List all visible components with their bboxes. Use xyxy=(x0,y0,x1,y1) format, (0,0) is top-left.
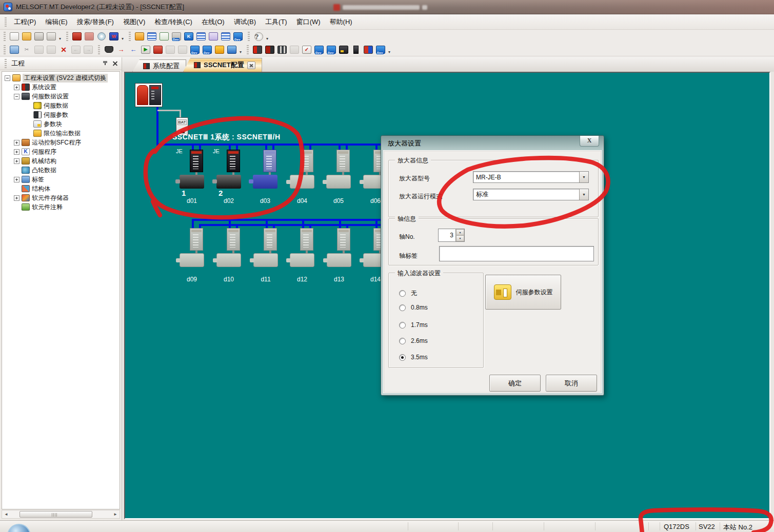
menu-help[interactable]: 帮助(H) xyxy=(325,15,357,29)
tree-item-cam-data[interactable]: 凸轮数据 xyxy=(2,166,120,175)
toolbar-overflow-icon[interactable]: ▾ xyxy=(57,36,63,41)
convert-disabled-button[interactable] xyxy=(288,44,301,55)
device-list-disabled-button[interactable]: Dev xyxy=(170,31,183,42)
amplifier-red-button[interactable] xyxy=(251,44,264,55)
expand-icon[interactable] xyxy=(14,140,19,146)
toolbar-overflow-icon[interactable]: ▾ xyxy=(265,36,270,41)
device-batch1-button[interactable]: Dev xyxy=(313,44,325,55)
device-small-button[interactable]: Dev xyxy=(374,44,387,55)
copy-data-button[interactable] xyxy=(8,44,21,55)
module-button[interactable] xyxy=(350,44,362,55)
flag-search-button[interactable]: ▶ xyxy=(140,44,152,55)
search-disabled-button[interactable] xyxy=(164,44,176,55)
radio-icon[interactable] xyxy=(399,304,406,311)
project-view-button[interactable] xyxy=(133,31,146,42)
device-menu-button[interactable]: Dev xyxy=(232,31,244,42)
device-d04[interactable]: d04 xyxy=(284,150,321,206)
connector-button[interactable] xyxy=(338,44,350,55)
menu-view[interactable]: 视图(V) xyxy=(118,15,150,29)
device-k-button[interactable]: K xyxy=(183,31,195,42)
spin-down-icon[interactable]: ▼ xyxy=(456,235,464,241)
list-view-button[interactable] xyxy=(195,31,207,42)
device-d05[interactable]: d05 xyxy=(320,150,357,206)
expand-icon[interactable] xyxy=(14,149,19,155)
help-button[interactable]: ? xyxy=(252,31,265,42)
tree-item-servo-parameter[interactable]: 伺服参数 xyxy=(2,110,120,119)
ok-button[interactable]: 确定 xyxy=(489,375,541,392)
motion-cpu-module[interactable] xyxy=(135,83,163,107)
list-k-button[interactable] xyxy=(220,31,232,42)
close-panel-icon[interactable] xyxy=(112,60,119,67)
menu-check-convert[interactable]: 检查/转换(C) xyxy=(150,15,197,29)
device-d03-selected[interactable]: d03 xyxy=(247,150,284,206)
new-project-button[interactable] xyxy=(8,31,21,42)
toolbar-overflow-icon[interactable]: ▾ xyxy=(238,50,243,54)
filter-option-3-5ms[interactable]: 3.5ms xyxy=(399,354,428,361)
paste-button[interactable] xyxy=(45,44,57,55)
find-button[interactable] xyxy=(103,44,115,55)
scrollbar-thumb[interactable] xyxy=(19,511,92,518)
open-project-button[interactable] xyxy=(21,31,33,42)
tree-item-device-comment[interactable]: 软元件注释 xyxy=(2,202,120,212)
dialog-close-button[interactable]: X xyxy=(580,136,599,147)
tree-item-servo-data[interactable]: 伺服数据 xyxy=(2,101,120,110)
expand-icon[interactable] xyxy=(14,177,19,182)
axis-no-spinner[interactable]: 3 ▲ ▼ xyxy=(438,229,465,242)
tree-item-limit-output-data[interactable]: 限位输出数据 xyxy=(2,129,120,138)
dropdown-arrow-icon[interactable]: ▼ xyxy=(579,189,588,200)
scroll-left-icon[interactable]: ◄ xyxy=(2,512,10,517)
collapse-icon[interactable] xyxy=(14,94,19,99)
device-d10[interactable]: d10 xyxy=(210,228,247,284)
tree-item-label[interactable]: 标签 xyxy=(2,175,120,184)
grid-view-button[interactable] xyxy=(158,31,170,42)
scroll-right-icon[interactable]: ► xyxy=(111,512,120,517)
tree-item-device-memory[interactable]: 软元件存储器 xyxy=(2,193,120,202)
tab-sscnet-config[interactable]: SSCNET配置 xyxy=(183,58,262,72)
expand-icon[interactable] xyxy=(14,85,19,90)
radio-icon[interactable] xyxy=(399,290,406,297)
device-d11[interactable]: d11 xyxy=(247,228,284,284)
device-batch2-button[interactable]: Dev xyxy=(325,44,338,55)
radio-icon[interactable] xyxy=(399,338,406,344)
waveform-trace-button[interactable]: W xyxy=(108,31,120,42)
tree-item-system-settings[interactable]: 系统设置 xyxy=(2,83,120,92)
tree-item-servo-program[interactable]: K 伺服程序 xyxy=(2,147,120,156)
project-panel-hscrollbar[interactable]: ◄ ► xyxy=(2,510,120,519)
tree-item-machine-structure[interactable]: 机械结构 xyxy=(2,156,120,166)
monitor-mode-button[interactable] xyxy=(226,44,238,55)
menu-debug[interactable]: 调试(B) xyxy=(229,15,261,29)
cut-button[interactable]: ✂ xyxy=(21,44,33,55)
outline-view-button[interactable] xyxy=(146,31,158,42)
tab-system-config[interactable]: 系统配置 xyxy=(132,59,186,72)
axis-tag-input[interactable] xyxy=(439,246,594,261)
radio-selected-icon[interactable] xyxy=(399,354,406,361)
amp-model-combobox[interactable]: MR-JE-B ▼ xyxy=(473,171,589,183)
device-fx-button[interactable]: Dev xyxy=(201,44,213,55)
jump-button[interactable] xyxy=(213,44,226,55)
search-disabled2-button[interactable] xyxy=(176,44,189,55)
tree-item-servo-data-settings[interactable]: 伺服数据设置 xyxy=(2,92,120,101)
device-find-button[interactable]: Dev xyxy=(189,44,201,55)
amp-monitor-button[interactable] xyxy=(71,31,83,42)
pin-icon[interactable] xyxy=(102,60,109,67)
device-d02[interactable]: JE 2 d02 xyxy=(210,150,247,206)
tab-close-icon[interactable] xyxy=(247,62,255,69)
amp-setup-button[interactable] xyxy=(83,31,95,42)
filter-option-none[interactable]: 无 xyxy=(399,289,417,298)
filter-option-1-7ms[interactable]: 1.7ms xyxy=(399,321,428,329)
save-project-button[interactable] xyxy=(33,31,45,42)
program-check-button[interactable]: ✓ xyxy=(301,44,313,55)
amplifier-dark-button[interactable] xyxy=(264,44,276,55)
print-button[interactable] xyxy=(45,31,57,42)
menu-edit[interactable]: 编辑(E) xyxy=(41,15,72,29)
device-search-button[interactable] xyxy=(152,44,164,55)
amplifier-pair-button[interactable] xyxy=(276,44,288,55)
menu-search-replace[interactable]: 搜索/替换(F) xyxy=(72,15,118,29)
radio-icon[interactable] xyxy=(399,322,406,329)
tree-item-parameter-block[interactable]: 参数块 xyxy=(2,119,120,129)
device-d09[interactable]: d09 xyxy=(173,228,210,284)
amplifier-setting-dialog[interactable]: 放大器设置 X 放大器信息 放大器型号 MR-JE-B ▼ 放大器运行模式 标准… xyxy=(381,135,604,396)
delete-button[interactable]: ✕ xyxy=(57,44,70,55)
tree-item-root[interactable]: 工程未设置 (SV22 虚模式切换 xyxy=(2,73,120,83)
spin-up-icon[interactable]: ▲ xyxy=(456,229,464,235)
